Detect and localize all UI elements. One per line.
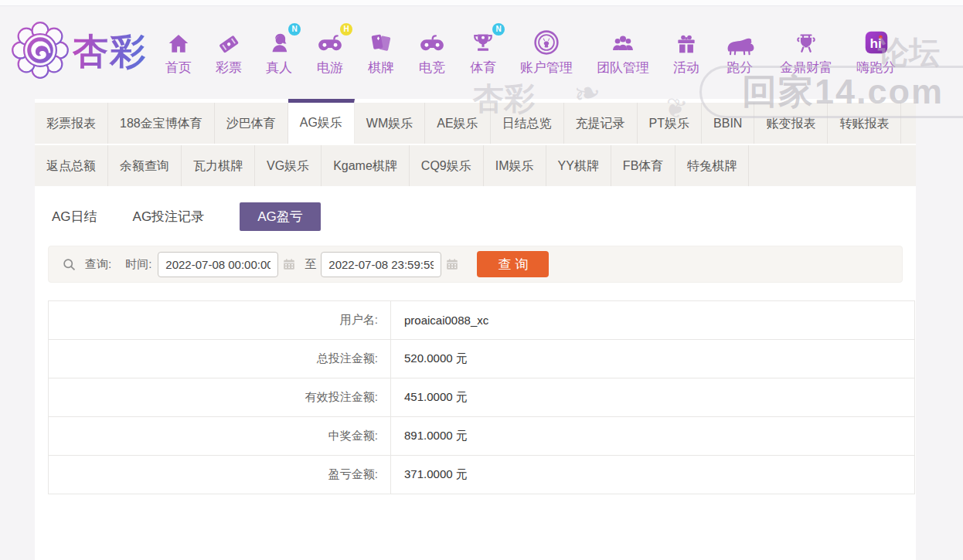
tab-row2-8[interactable]: FB体育 <box>611 145 675 186</box>
table-row: 中奖金额:891.0000 元 <box>49 417 915 456</box>
tab-row1-2[interactable]: 沙巴体育 <box>215 103 288 144</box>
nav-badge-n: N <box>288 23 301 36</box>
tab-row1-1[interactable]: 188金宝博体育 <box>108 103 215 144</box>
subtab-1[interactable]: AG投注记录 <box>133 202 205 231</box>
gift-icon <box>674 27 699 56</box>
subtab-0[interactable]: AG日结 <box>52 202 97 231</box>
nav-item-label: 金鼎财富 <box>780 59 832 76</box>
row-label: 中奖金额: <box>49 417 391 456</box>
table-row: 总投注金额:520.0000 元 <box>49 340 915 378</box>
brand-logo[interactable]: 杏彩 <box>11 21 147 83</box>
report-tabs-row2: 返点总额余额查询瓦力棋牌VG娱乐Kgame棋牌CQ9娱乐IM娱乐YY棋牌FB体育… <box>35 144 916 186</box>
calendar-icon[interactable] <box>283 258 295 270</box>
gamepad-icon: H <box>316 27 344 56</box>
calendar-icon[interactable] <box>446 258 458 270</box>
report-tabs-row1: 彩票报表188金宝博体育沙巴体育AG娱乐WM娱乐AE娱乐日结总览充提记录PT娱乐… <box>35 99 916 144</box>
rhino-icon <box>723 27 756 56</box>
ticket-icon <box>216 27 242 56</box>
nav-item-live-person[interactable]: N真人 <box>266 27 292 76</box>
tab-row1-0[interactable]: 彩票报表 <box>35 103 108 144</box>
nav-item-label: 活动 <box>673 59 699 76</box>
tab-row1-4[interactable]: WM娱乐 <box>355 103 425 144</box>
query-button[interactable]: 查 询 <box>477 251 549 277</box>
brand-name: 杏彩 <box>73 28 147 76</box>
nav-item-team[interactable]: 团队管理 <box>597 27 649 76</box>
nav-badge-n: N <box>492 23 505 36</box>
tab-row1-11[interactable]: 转账报表 <box>828 103 901 144</box>
main-nav: 首页彩票N真人H电游棋牌电竞N体育账户管理团队管理活动跑分金鼎财富hi嗨跑分 <box>165 27 896 76</box>
table-row: 用户名:proaicai0088_xc <box>49 301 915 340</box>
tab-row1-3[interactable]: AG娱乐 <box>288 99 355 144</box>
tab-row1-5[interactable]: AE娱乐 <box>425 103 490 144</box>
tab-row2-0[interactable]: 返点总额 <box>35 145 108 186</box>
flower-logo-icon <box>11 21 70 83</box>
nav-badge-h: H <box>340 23 352 36</box>
tab-row1-8[interactable]: PT娱乐 <box>638 103 702 144</box>
nav-item-home[interactable]: 首页 <box>165 27 192 76</box>
tab-row1-10[interactable]: 账变报表 <box>754 103 828 144</box>
row-label: 总投注金额: <box>49 340 391 378</box>
tab-row1-9[interactable]: BBIN <box>702 103 754 144</box>
content-panel: 彩票报表188金宝博体育沙巴体育AG娱乐WM娱乐AE娱乐日结总览充提记录PT娱乐… <box>35 99 916 560</box>
row-value: 891.0000 元 <box>391 417 915 456</box>
nav-item-label: 电游 <box>317 59 343 76</box>
trophy-icon: N <box>470 27 496 56</box>
tab-row2-4[interactable]: Kgame棋牌 <box>322 145 410 186</box>
nav-item-label: 棋牌 <box>368 59 394 76</box>
tab-row2-1[interactable]: 余额查询 <box>108 145 182 186</box>
table-row: 有效投注金额:451.0000 元 <box>49 378 915 417</box>
tab-row1-6[interactable]: 日结总览 <box>491 103 564 144</box>
date-from-input[interactable] <box>158 252 278 277</box>
nav-item-label: 嗨跑分 <box>856 59 896 76</box>
row-label: 盈亏金额: <box>49 456 391 494</box>
nav-item-hi-app[interactable]: hi嗨跑分 <box>856 27 896 76</box>
nav-item-esports[interactable]: 电竞 <box>418 27 446 76</box>
nav-item-ding[interactable]: 金鼎财富 <box>780 27 832 76</box>
nav-item-label: 真人 <box>266 59 292 76</box>
nav-item-ticket[interactable]: 彩票 <box>216 27 242 76</box>
row-label: 用户名: <box>49 301 391 340</box>
row-label: 有效投注金额: <box>49 378 391 417</box>
search-icon <box>63 258 76 271</box>
subtab-2[interactable]: AG盈亏 <box>240 202 321 231</box>
tab-row2-6[interactable]: IM娱乐 <box>484 145 546 186</box>
cards-icon <box>368 27 394 56</box>
nav-item-label: 体育 <box>470 59 496 76</box>
date-range-separator: 至 <box>305 257 316 272</box>
nav-item-cards[interactable]: 棋牌 <box>368 27 394 76</box>
ding-icon <box>793 27 819 56</box>
date-to-input[interactable] <box>321 252 441 277</box>
tab-row1-7[interactable]: 充提记录 <box>564 103 638 144</box>
query-label: 查询: <box>85 257 111 272</box>
row-value: 451.0000 元 <box>391 378 915 417</box>
account-icon <box>533 27 560 56</box>
live-person-icon: N <box>266 27 292 56</box>
nav-item-label: 团队管理 <box>597 59 649 76</box>
home-icon <box>165 27 192 56</box>
nav-item-rhino[interactable]: 跑分 <box>723 27 756 76</box>
tab-row2-9[interactable]: 特兔棋牌 <box>675 145 749 186</box>
table-row: 盈亏金额:371.0000 元 <box>49 456 915 494</box>
esports-icon <box>418 27 446 56</box>
time-label: 时间: <box>125 257 151 272</box>
nav-item-label: 跑分 <box>727 59 753 76</box>
row-value: proaicai0088_xc <box>391 301 915 340</box>
tab-row2-3[interactable]: VG娱乐 <box>255 145 322 186</box>
nav-item-trophy[interactable]: N体育 <box>470 27 496 76</box>
ag-subtabs: AG日结AG投注记录AG盈亏 <box>35 186 916 243</box>
nav-item-label: 电竞 <box>419 59 445 76</box>
row-value: 520.0000 元 <box>391 340 915 378</box>
profit-loss-table-body: 用户名:proaicai0088_xc总投注金额:520.0000 元有效投注金… <box>49 301 915 494</box>
nav-item-account[interactable]: 账户管理 <box>520 27 573 76</box>
nav-item-label: 首页 <box>165 59 192 76</box>
header: 杏彩 首页彩票N真人H电游棋牌电竞N体育账户管理团队管理活动跑分金鼎财富hi嗨跑… <box>0 6 963 97</box>
nav-item-label: 彩票 <box>216 59 242 76</box>
nav-item-gamepad[interactable]: H电游 <box>316 27 344 76</box>
tab-row2-7[interactable]: YY棋牌 <box>546 145 611 186</box>
nav-item-label: 账户管理 <box>520 59 573 76</box>
tab-row2-5[interactable]: CQ9娱乐 <box>410 145 484 186</box>
hi-app-icon: hi <box>863 27 890 56</box>
team-icon <box>609 27 637 56</box>
tab-row2-2[interactable]: 瓦力棋牌 <box>182 145 255 186</box>
nav-item-gift[interactable]: 活动 <box>673 27 699 76</box>
